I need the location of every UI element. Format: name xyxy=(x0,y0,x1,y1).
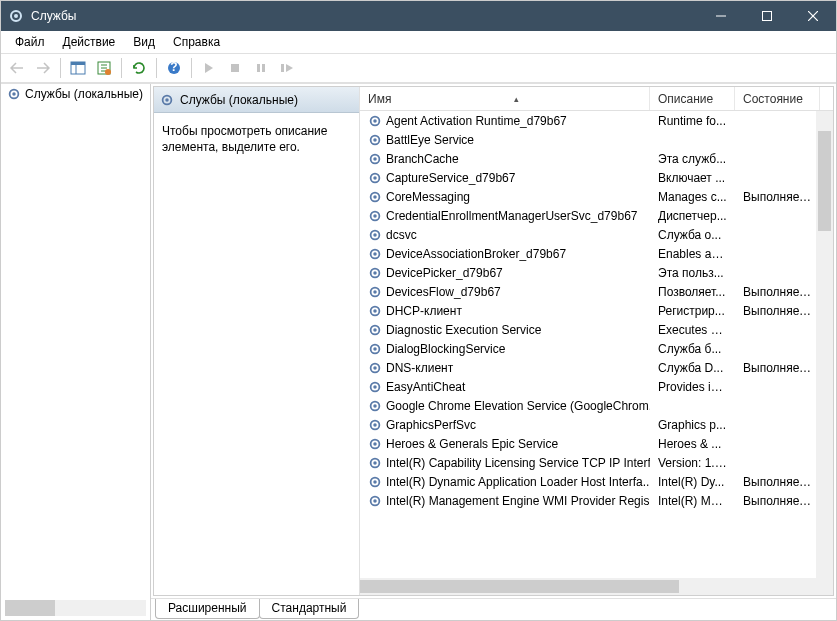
gear-icon xyxy=(160,93,174,107)
column-name[interactable]: Имя ▴ xyxy=(360,87,650,110)
gear-icon xyxy=(368,152,382,166)
service-row[interactable]: DevicesFlow_d79b67Позволяет...Выполняетс… xyxy=(360,282,833,301)
gear-icon xyxy=(368,114,382,128)
toolbar: ? xyxy=(1,53,836,83)
service-row[interactable]: Intel(R) Capability Licensing Service TC… xyxy=(360,453,833,472)
svg-point-10 xyxy=(105,69,111,75)
svg-point-56 xyxy=(373,442,377,446)
menubar: Файл Действие Вид Справка xyxy=(1,31,836,53)
stop-service-button xyxy=(223,56,247,80)
cell-name: DHCP-клиент xyxy=(360,304,650,318)
gear-icon xyxy=(368,190,382,204)
close-button[interactable] xyxy=(790,1,836,31)
cell-description: Эта служб... xyxy=(650,152,735,166)
cell-state: Выполняется xyxy=(735,285,820,299)
service-row[interactable]: BranchCacheЭта служб... xyxy=(360,149,833,168)
vertical-scrollbar[interactable] xyxy=(816,111,833,578)
service-row[interactable]: Heroes & Generals Epic ServiceHeroes & .… xyxy=(360,434,833,453)
cell-name: BranchCache xyxy=(360,152,650,166)
service-row[interactable]: DialogBlockingServiceСлужба б... xyxy=(360,339,833,358)
service-row[interactable]: Agent Activation Runtime_d79b67Runtime f… xyxy=(360,111,833,130)
cell-description: Heroes & ... xyxy=(650,437,735,451)
cell-description: Manages c... xyxy=(650,190,735,204)
refresh-button[interactable] xyxy=(127,56,151,80)
app-icon xyxy=(1,8,31,24)
cell-description: Intel(R) Dy... xyxy=(650,475,735,489)
svg-point-36 xyxy=(373,252,377,256)
cell-description: Служба о... xyxy=(650,228,735,242)
service-row[interactable]: Intel(R) Dynamic Application Loader Host… xyxy=(360,472,833,491)
cell-description: Диспетчер... xyxy=(650,209,735,223)
service-row[interactable]: CaptureService_d79b67Включает ... xyxy=(360,168,833,187)
cell-description: Version: 1.6... xyxy=(650,456,735,470)
cell-state: Выполняется xyxy=(735,475,820,489)
titlebar[interactable]: Службы xyxy=(1,1,836,31)
menu-action[interactable]: Действие xyxy=(55,33,124,51)
services-window: Службы Файл Действие Вид Справка ? xyxy=(0,0,837,621)
tab-standard[interactable]: Стандартный xyxy=(259,599,360,619)
sort-ascending-icon: ▴ xyxy=(391,94,641,104)
maximize-button[interactable] xyxy=(744,1,790,31)
cell-name: Intel(R) Dynamic Application Loader Host… xyxy=(360,475,650,489)
gear-icon xyxy=(368,285,382,299)
cell-name: Diagnostic Execution Service xyxy=(360,323,650,337)
cell-name: Agent Activation Runtime_d79b67 xyxy=(360,114,650,128)
service-row[interactable]: CoreMessagingManages c...Выполняется xyxy=(360,187,833,206)
cell-state: Выполняется xyxy=(735,190,820,204)
svg-point-34 xyxy=(373,233,377,237)
cell-description: Enables ap... xyxy=(650,247,735,261)
cell-name: dcsvc xyxy=(360,228,650,242)
gear-icon xyxy=(368,209,382,223)
service-row[interactable]: GraphicsPerfSvcGraphics p... xyxy=(360,415,833,434)
menu-help[interactable]: Справка xyxy=(165,33,228,51)
tree-pane[interactable]: Службы (локальные) xyxy=(1,84,151,620)
service-row[interactable]: BattlEye Service xyxy=(360,130,833,149)
svg-point-40 xyxy=(373,290,377,294)
service-row[interactable]: DNS-клиентСлужба D...Выполняется xyxy=(360,358,833,377)
horizontal-scrollbar[interactable] xyxy=(360,578,833,595)
column-description[interactable]: Описание xyxy=(650,87,735,110)
svg-point-54 xyxy=(373,423,377,427)
column-state[interactable]: Состояние xyxy=(735,87,820,110)
svg-point-28 xyxy=(373,176,377,180)
minimize-button[interactable] xyxy=(698,1,744,31)
svg-point-20 xyxy=(165,98,169,102)
cell-description: Graphics p... xyxy=(650,418,735,432)
service-row[interactable]: DeviceAssociationBroker_d79b67Enables ap… xyxy=(360,244,833,263)
service-row[interactable]: dcsvcСлужба о... xyxy=(360,225,833,244)
service-row[interactable]: EasyAntiCheatProvides in... xyxy=(360,377,833,396)
svg-rect-3 xyxy=(763,12,772,21)
gear-icon xyxy=(368,133,382,147)
gear-icon xyxy=(368,418,382,432)
service-row[interactable]: DevicePicker_d79b67Эта польз... xyxy=(360,263,833,282)
cell-state: Выполняется xyxy=(735,304,820,318)
service-row[interactable]: CredentialEnrollmentManagerUserSvc_d79b6… xyxy=(360,206,833,225)
tree-horizontal-scrollbar[interactable] xyxy=(5,600,146,616)
rows-container[interactable]: Agent Activation Runtime_d79b67Runtime f… xyxy=(360,111,833,578)
cell-name: Intel(R) Management Engine WMI Provider … xyxy=(360,494,650,508)
help-button[interactable]: ? xyxy=(162,56,186,80)
gear-icon xyxy=(368,494,382,508)
service-row[interactable]: Intel(R) Management Engine WMI Provider … xyxy=(360,491,833,510)
tab-extended[interactable]: Расширенный xyxy=(155,599,260,619)
cell-state: Выполняется xyxy=(735,494,820,508)
tree-node-services-local[interactable]: Службы (локальные) xyxy=(1,84,150,104)
service-row[interactable]: DHCP-клиентРегистрир...Выполняется xyxy=(360,301,833,320)
menu-view[interactable]: Вид xyxy=(125,33,163,51)
service-row[interactable]: Google Chrome Elevation Service (GoogleC… xyxy=(360,396,833,415)
menu-file[interactable]: Файл xyxy=(7,33,53,51)
hint-text: Чтобы просмотреть описание элемента, выд… xyxy=(154,113,359,165)
svg-point-44 xyxy=(373,328,377,332)
svg-rect-14 xyxy=(257,64,260,72)
gear-icon xyxy=(368,437,382,451)
sub-header-label: Службы (локальные) xyxy=(180,93,298,107)
cell-name: CoreMessaging xyxy=(360,190,650,204)
cell-name: CaptureService_d79b67 xyxy=(360,171,650,185)
cell-description: Provides in... xyxy=(650,380,735,394)
service-row[interactable]: Diagnostic Execution ServiceExecutes di.… xyxy=(360,320,833,339)
show-hide-tree-button[interactable] xyxy=(66,56,90,80)
forward-button xyxy=(31,56,55,80)
export-list-button[interactable] xyxy=(92,56,116,80)
cell-description: Включает ... xyxy=(650,171,735,185)
cell-description: Регистрир... xyxy=(650,304,735,318)
